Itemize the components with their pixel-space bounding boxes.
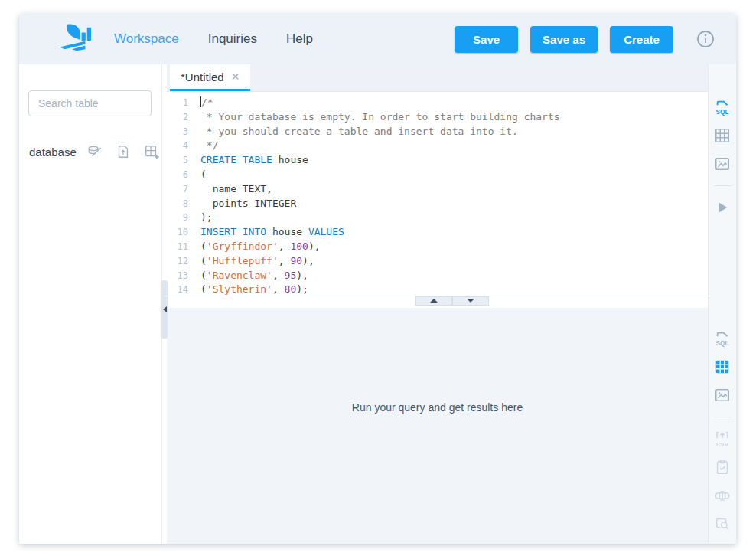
splitter-buttons [415,296,489,308]
expand-up-button[interactable] [415,296,452,306]
code-line[interactable]: ('Slytherin', 80); [200,283,708,295]
search-table-input[interactable] [28,90,152,116]
code-token: 'Ravenclaw' [207,270,272,281]
database-row[interactable]: database [28,144,152,159]
line-number: 11 [167,240,188,254]
nav-help[interactable]: Help [286,31,313,47]
code-line[interactable]: name TEXT, [200,182,708,197]
info-icon[interactable] [696,30,715,48]
sql-result-icon[interactable]: SQL [714,329,731,348]
save-button[interactable]: Save [455,26,518,53]
line-number: 13 [167,269,188,283]
code-token: ), [302,255,314,267]
code-token: , [272,283,285,295]
edit-database-icon[interactable] [87,144,103,159]
pagination-icon[interactable] [714,486,731,505]
line-number: 6 [167,168,188,182]
expand-down-button[interactable] [452,296,489,306]
tab-untitled[interactable]: *Untitled ✕ [170,64,250,91]
line-number: 7 [167,182,188,197]
svg-text:SQL: SQL [716,109,729,116]
code-token: * you should create a table and insert d… [200,126,518,137]
code-line[interactable]: ); [200,211,708,225]
tab-close-icon[interactable]: ✕ [231,70,240,83]
code-line[interactable]: INSERT INTO house VALUES [200,225,708,240]
code-token: house [266,226,308,237]
line-number: 1 [167,96,188,110]
results-rail: SQL [709,322,736,544]
sql-view-icon[interactable]: SQL [714,98,731,116]
editor-rail: SQL [709,64,736,322]
clipboard-copy-icon[interactable] [714,458,731,476]
sql-editor[interactable]: 1234567891011121314 /* * Your database i… [167,92,708,296]
code-token: , [279,255,291,267]
code-token: 90 [290,255,302,267]
line-number: 4 [167,139,188,153]
nav-inquiries[interactable]: Inquiries [208,31,257,47]
run-query-icon[interactable] [714,198,731,217]
code-token: points INTEGER [200,198,296,209]
chart-view-icon[interactable] [714,155,731,173]
code-line[interactable]: ('Ravenclaw', 95), [200,269,708,283]
code-token: * Your database is empty. In order to st… [200,111,560,123]
code-token: ( [200,240,207,252]
code-token: 'Gryffindor' [207,240,279,252]
export-csv-icon[interactable]: CSV [714,430,731,448]
svg-text:CSV: CSV [716,441,729,448]
import-file-icon[interactable] [116,144,131,159]
grid-view-icon[interactable] [714,126,731,145]
app-logo-icon[interactable] [57,23,93,55]
collapse-left-icon [163,306,167,312]
code-token: 80 [285,283,297,295]
sidebar-collapse-handle[interactable] [161,280,168,339]
svg-text:SQL: SQL [716,340,729,347]
code-line[interactable]: * you should create a table and insert d… [200,125,708,139]
code-token: CREATE TABLE [200,154,272,165]
code-line[interactable]: * Your database is empty. In order to st… [200,110,708,125]
database-actions [87,144,159,159]
line-number: 9 [167,211,188,225]
panel-splitter[interactable] [167,296,708,308]
code-line[interactable]: points INTEGER [200,197,708,211]
code-token: VALUES [308,226,344,237]
code-line[interactable]: /* [200,96,708,110]
code-token: , [272,270,285,281]
tab-strip: *Untitled ✕ [167,64,708,92]
code-line[interactable]: ( [200,168,708,182]
line-number: 5 [167,153,188,168]
code-token: INSERT INTO [200,226,266,237]
code-token: 95 [285,270,297,281]
code-token: ( [200,270,207,281]
code-token: house [272,154,308,165]
code-token: name TEXT, [200,183,272,195]
nav-workspace[interactable]: Workspace [114,31,179,47]
search-results-icon[interactable] [714,515,731,533]
save-as-button[interactable]: Save as [530,26,598,53]
code-token: ( [200,255,207,267]
code-token: 100 [290,240,308,252]
code-token: ); [200,211,213,223]
code-token: */ [200,139,218,151]
code-line[interactable]: CREATE TABLE house [200,153,708,168]
add-table-icon[interactable] [144,144,159,159]
sidebar-splitter[interactable] [161,64,167,544]
code-line[interactable]: ('Hufflepuff', 90), [200,254,708,269]
sidebar: database [19,64,161,544]
create-button[interactable]: Create [610,26,673,53]
line-number: 8 [167,197,188,211]
app-window: Workspace Inquiries Help Save Save as Cr… [19,14,736,544]
code-lines[interactable]: /* * Your database is empty. In order to… [197,96,708,296]
code-line[interactable]: */ [200,139,708,153]
chart-result-icon[interactable] [714,386,731,404]
grid-result-icon[interactable] [714,358,731,376]
code-token: , [279,240,291,252]
database-label: database [29,146,77,159]
code-token: ), [308,240,321,252]
code-token: ( [200,283,207,295]
results-placeholder: Run your query and get results here [352,401,523,414]
code-token: 'Slytherin' [207,283,272,295]
rail-divider [714,417,732,417]
right-rail: SQL [708,64,736,544]
code-line[interactable]: ('Gryffindor', 100), [200,240,708,254]
line-number: 14 [167,283,188,295]
